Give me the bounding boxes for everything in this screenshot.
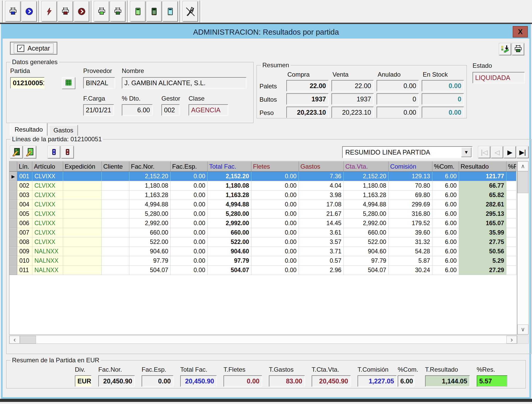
tab-resultado[interactable]: Resultado: [10, 123, 47, 136]
cell-comision[interactable]: 316.80: [389, 209, 432, 219]
cell-comision[interactable]: 30.24: [389, 266, 432, 275]
cell-gastos[interactable]: 0.57: [299, 256, 344, 266]
scroll-left-icon[interactable]: ‹: [9, 336, 20, 344]
cell-pr[interactable]: [506, 266, 516, 275]
cell-fac_nor[interactable]: 2,152.20: [129, 172, 171, 181]
cell-total_fac[interactable]: 4,994.88: [208, 200, 251, 209]
cell-pcom[interactable]: 6.00: [432, 172, 459, 181]
cell-resultado[interactable]: 65.82: [459, 191, 506, 200]
cell-cliente[interactable]: [102, 228, 129, 237]
cell-total_fac[interactable]: 5,280.00: [208, 209, 251, 219]
cell-fac_nor[interactable]: 660.00: [129, 228, 171, 237]
cell-cta_vta[interactable]: 1,180.08: [344, 181, 389, 191]
cell-resultado[interactable]: 27.29: [459, 266, 506, 275]
cell-cliente[interactable]: [102, 209, 129, 219]
cell-pr[interactable]: [506, 237, 516, 247]
cell-cliente[interactable]: [102, 219, 129, 228]
cell-cliente[interactable]: [102, 256, 129, 266]
vertical-scrollbar-track[interactable]: [517, 193, 528, 325]
arrow-circle-red-button[interactable]: [74, 1, 89, 22]
cell-fletes[interactable]: 0.00: [251, 247, 299, 256]
cell-expedicion[interactable]: [63, 256, 102, 266]
cell-cta_vta[interactable]: 522.00: [344, 237, 389, 247]
cell-gastos[interactable]: 17.08: [299, 200, 344, 209]
cell-cliente[interactable]: [102, 172, 129, 181]
row-selector[interactable]: [9, 266, 17, 275]
cell-expedicion[interactable]: [63, 209, 102, 219]
cell-fletes[interactable]: 0.00: [251, 172, 299, 181]
cell-pr[interactable]: [506, 247, 516, 256]
cell-lin[interactable]: 009: [17, 247, 32, 256]
cell-expedicion[interactable]: [63, 237, 102, 247]
row-selector[interactable]: ▶: [9, 172, 17, 181]
cell-cta_vta[interactable]: 2,992.00: [344, 219, 389, 228]
cell-cta_vta[interactable]: 660.00: [344, 228, 389, 237]
scroll-right-icon[interactable]: ›: [506, 336, 517, 344]
cell-fac_esp[interactable]: 0.00: [171, 200, 208, 209]
row-selector[interactable]: [9, 219, 17, 228]
cell-cta_vta[interactable]: 97.79: [344, 256, 389, 266]
cell-lin[interactable]: 011: [17, 266, 32, 275]
calculator-cyan-button[interactable]: [163, 1, 178, 22]
cell-articulo[interactable]: CLVIXX: [32, 191, 63, 200]
export-green-button[interactable]: [499, 43, 511, 55]
cell-resultado[interactable]: 5.29: [459, 256, 506, 266]
cell-lin[interactable]: 005: [17, 209, 32, 219]
cell-cliente[interactable]: [102, 237, 129, 247]
cell-resultado[interactable]: 282.61: [459, 200, 506, 209]
nav-next[interactable]: ▶: [504, 146, 516, 158]
doc-red-button[interactable]: [61, 146, 74, 158]
cell-gastos[interactable]: 21.67: [299, 209, 344, 219]
column-header-%com[interactable]: %Com.: [432, 161, 459, 172]
column-header-expedicin[interactable]: Expedición: [63, 161, 102, 172]
cell-fletes[interactable]: 0.00: [251, 219, 299, 228]
scroll-up-icon[interactable]: ∧: [517, 161, 528, 171]
cell-pcom[interactable]: 6.00: [432, 237, 459, 247]
nav-last[interactable]: ▶|: [517, 146, 529, 158]
cell-total_fac[interactable]: 2,152.20: [208, 172, 251, 181]
cell-pr[interactable]: [506, 181, 516, 191]
cell-articulo[interactable]: NALNXX: [32, 256, 63, 266]
cell-gastos[interactable]: 7.36: [299, 172, 344, 181]
cell-lin[interactable]: 007: [17, 228, 32, 237]
cell-pcom[interactable]: 6.00: [432, 247, 459, 256]
cell-resultado[interactable]: 121.77: [459, 172, 506, 181]
cell-gastos[interactable]: 14.45: [299, 219, 344, 228]
close-button[interactable]: X: [513, 26, 528, 38]
row-selector[interactable]: [9, 247, 17, 256]
vertical-scrollbar[interactable]: ∧ ∨: [517, 161, 529, 335]
column-header-totalfac[interactable]: Total Fac.: [208, 161, 251, 172]
cell-fac_esp[interactable]: 0.00: [171, 172, 208, 181]
partida-input[interactable]: 012100051: [10, 77, 45, 89]
horizontal-scrollbar-track[interactable]: [36, 336, 506, 344]
cell-pr[interactable]: [506, 228, 516, 237]
row-selector[interactable]: [9, 228, 17, 237]
cell-fletes[interactable]: 0.00: [251, 181, 299, 191]
column-header-artculo[interactable]: Artículo: [32, 161, 63, 172]
cell-pcom[interactable]: 6.00: [432, 256, 459, 266]
cell-fac_esp[interactable]: 0.00: [171, 228, 208, 237]
cell-articulo[interactable]: CLVIXX: [32, 209, 63, 219]
cell-gastos[interactable]: 4.04: [299, 181, 344, 191]
cell-fac_esp[interactable]: 0.00: [171, 181, 208, 191]
cell-cta_vta[interactable]: 904.60: [344, 247, 389, 256]
cell-cliente[interactable]: [102, 181, 129, 191]
cell-articulo[interactable]: CLVIXX: [32, 200, 63, 209]
horizontal-scrollbar[interactable]: ‹ ›: [9, 335, 517, 344]
printer-lightgreen-button[interactable]: [94, 1, 109, 22]
cell-comision[interactable]: 299.69: [389, 200, 432, 209]
cell-fac_nor[interactable]: 522.00: [129, 237, 171, 247]
cell-articulo[interactable]: CLVIXX: [32, 219, 63, 228]
cell-fac_nor[interactable]: 97.79: [129, 256, 171, 266]
column-header-resultado[interactable]: Resultado: [459, 161, 506, 172]
cell-resultado[interactable]: 165.07: [459, 219, 506, 228]
cell-pr[interactable]: [506, 191, 516, 200]
cell-articulo[interactable]: CLVIXX: [32, 228, 63, 237]
printer-green-button[interactable]: [512, 43, 524, 55]
lightning-red-button[interactable]: [42, 1, 57, 22]
cell-lin[interactable]: 003: [17, 191, 32, 200]
tab-gastos[interactable]: Gastos: [49, 125, 78, 136]
cell-fac_nor[interactable]: 4,994.88: [129, 200, 171, 209]
cell-total_fac[interactable]: 2,992.00: [208, 219, 251, 228]
row-selector[interactable]: [9, 181, 17, 191]
